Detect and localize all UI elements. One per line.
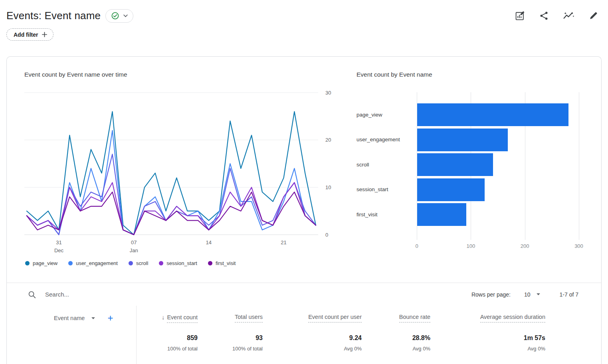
- x-axis-tick-month: Jan: [130, 247, 138, 253]
- bar-category-label: user_engagement: [356, 129, 412, 151]
- y-axis-tick: 0: [325, 232, 328, 238]
- total-cell-average-session-duration: 1m 57sAvg 0%: [430, 334, 545, 352]
- gridline: [579, 92, 579, 240]
- total-subtext: Avg 0%: [430, 346, 545, 352]
- page-title: Events: Event name: [6, 10, 101, 22]
- table-toolbar: Rows per page: 10 1-7 of 7: [7, 283, 601, 306]
- pagination-status: 1-7 of 7: [560, 291, 578, 298]
- report-card: Event count by Event name over time Even…: [6, 56, 602, 364]
- ga4-events-report: Events: Event name: [0, 0, 608, 364]
- y-axis-tick: 10: [325, 184, 331, 190]
- dimension-header-label[interactable]: Event name: [54, 315, 85, 321]
- x-axis-tick: 14: [206, 239, 212, 245]
- bar-first_visit: [417, 203, 466, 226]
- total-value: 28.8%: [362, 334, 430, 342]
- chart-legend: page_viewuser_engagementscrollsession_st…: [25, 260, 236, 266]
- rows-per-page-value: 10: [524, 291, 531, 298]
- bar-user_engagement: [417, 129, 508, 151]
- metrics-columns: ↓Event countTotal usersEvent count per u…: [137, 306, 602, 364]
- column-header-total-users[interactable]: Total users: [198, 314, 263, 322]
- legend-item-session_start: session_start: [159, 260, 197, 266]
- legend-dot-icon: [25, 261, 30, 265]
- total-cell-event-count: 859100% of total: [137, 334, 198, 352]
- legend-label: scroll: [136, 260, 148, 266]
- column-header-bounce-rate[interactable]: Bounce rate: [362, 314, 430, 322]
- bar-x-axis-tick: 100: [462, 243, 479, 249]
- total-value: 93: [198, 334, 263, 342]
- legend-item-first_visit: first_visit: [208, 260, 236, 266]
- total-value: 9.24: [263, 334, 362, 342]
- insights-icon[interactable]: [561, 9, 576, 23]
- bar-session_start: [417, 178, 485, 201]
- total-value: 859: [137, 334, 198, 342]
- chevron-down-icon[interactable]: [91, 317, 95, 320]
- legend-item-scroll: scroll: [129, 260, 148, 266]
- legend-item-page_view: page_view: [25, 260, 57, 266]
- edit-icon[interactable]: [587, 9, 600, 22]
- bar-chart-title: Event count by Event name: [356, 71, 432, 78]
- check-circle-icon: [111, 12, 119, 20]
- legend-label: session_start: [166, 260, 197, 266]
- bar-plot-area: [417, 92, 579, 240]
- events-table: Event name + ↓Event countTotal usersEven…: [7, 306, 601, 364]
- legend-label: first_visit: [216, 260, 236, 266]
- legend-dot-icon: [68, 261, 73, 265]
- x-axis-tick: 21: [281, 239, 286, 245]
- bar-category-label: session_start: [356, 178, 412, 201]
- legend-dot-icon: [159, 261, 163, 265]
- customize-report-icon[interactable]: [513, 9, 527, 23]
- rows-per-page-label: Rows per page:: [471, 291, 511, 298]
- legend-item-user_engagement: user_engagement: [68, 260, 118, 266]
- legend-dot-icon: [129, 261, 133, 265]
- column-header-label: Total users: [235, 314, 263, 322]
- bar-page_view: [417, 103, 568, 126]
- legend-label: user_engagement: [76, 260, 118, 266]
- column-header-event-count[interactable]: ↓Event count: [137, 314, 198, 323]
- total-subtext: Avg 0%: [362, 346, 430, 352]
- bar-x-axis-tick: 300: [570, 243, 588, 249]
- legend-label: page_view: [33, 260, 57, 266]
- series-user_engagement: [27, 131, 316, 235]
- x-axis-tick: 31: [56, 239, 61, 245]
- search-icon: [28, 290, 36, 299]
- bar-category-label: scroll: [356, 153, 412, 176]
- bar-category-label: first_visit: [356, 203, 412, 226]
- x-axis-tick: 07: [131, 239, 137, 245]
- bar-x-axis-tick: 200: [516, 243, 534, 249]
- total-cell-total-users: 93100% of total: [198, 334, 263, 352]
- total-value: 1m 57s: [430, 334, 545, 342]
- x-axis-tick-month: Dec: [54, 247, 64, 253]
- dimension-column: Event name +: [7, 306, 137, 364]
- search-input[interactable]: [45, 291, 213, 298]
- plus-icon: [42, 32, 48, 38]
- series-session_start: [27, 183, 316, 235]
- total-subtext: 100% of total: [137, 346, 198, 352]
- charts-area: Event count by Event name over time Even…: [7, 57, 601, 283]
- total-cell-event-count-per-user: 9.24Avg 0%: [263, 334, 362, 352]
- bar-scroll: [417, 153, 493, 176]
- y-axis-tick: 20: [325, 137, 331, 143]
- report-header: Events: Event name: [6, 9, 600, 23]
- total-subtext: 100% of total: [198, 346, 263, 352]
- report-toolbar: [513, 9, 600, 23]
- column-header-label: Event count per user: [308, 314, 362, 322]
- column-header-label: Bounce rate: [399, 314, 430, 322]
- legend-dot-icon: [208, 261, 212, 265]
- line-chart-title: Event count by Event name over time: [24, 71, 127, 78]
- column-header-label: Event count: [167, 314, 198, 323]
- chevron-down-icon: [536, 293, 541, 296]
- share-icon[interactable]: [537, 9, 551, 22]
- chevron-down-icon: [123, 14, 128, 17]
- column-header-event-count-per-user[interactable]: Event count per user: [263, 314, 362, 322]
- line-chart: 010203031Dec07Jan1421: [24, 88, 344, 255]
- report-status-badge[interactable]: [105, 9, 133, 23]
- column-header-label: Average session duration: [480, 314, 545, 322]
- rows-per-page-select[interactable]: 10: [524, 291, 541, 298]
- bar-category-label: page_view: [356, 103, 412, 126]
- add-filter-button[interactable]: Add filter: [6, 28, 53, 41]
- column-header-average-session-duration[interactable]: Average session duration: [430, 314, 545, 322]
- add-filter-label: Add filter: [14, 32, 38, 38]
- bar-x-axis-tick: 0: [408, 243, 426, 249]
- add-dimension-button[interactable]: +: [107, 314, 113, 322]
- total-subtext: Avg 0%: [263, 346, 362, 352]
